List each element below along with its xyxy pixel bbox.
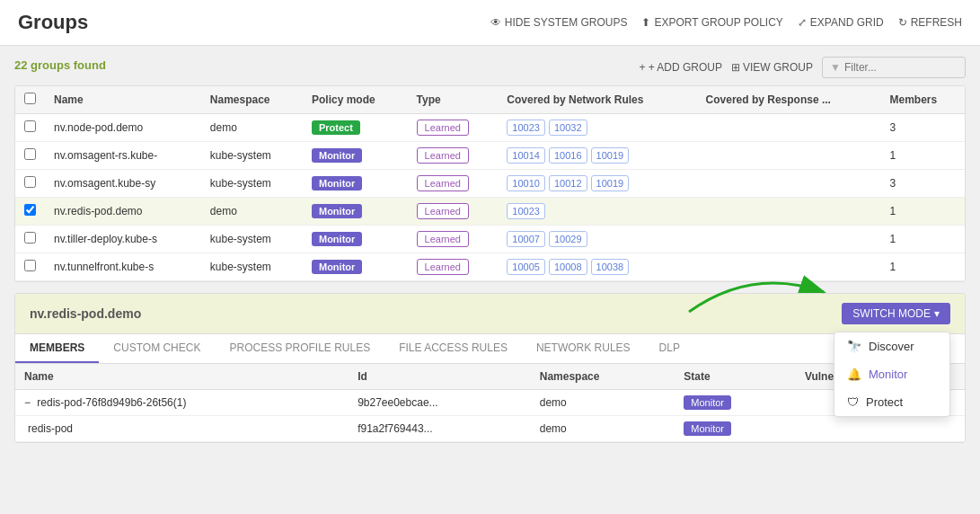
network-rule-badge[interactable]: 10005 [507, 259, 545, 275]
row-checkbox[interactable] [24, 204, 36, 216]
row-namespace: kube-system [201, 253, 303, 281]
network-rule-badge[interactable]: 10029 [549, 231, 587, 247]
network-rule-badge[interactable]: 10014 [507, 147, 545, 164]
row-policy-mode: Monitor [303, 142, 408, 170]
switch-mode-button[interactable]: SWITCH MODE ▾ [842, 303, 950, 324]
row-checkbox[interactable] [24, 260, 36, 271]
row-checkbox[interactable] [24, 120, 36, 132]
row-members: 3 [880, 114, 965, 142]
filter-container: ▼ [822, 57, 966, 78]
member-id: 9b27ee0ebcae... [349, 390, 531, 416]
network-rule-badge[interactable]: 10023 [507, 120, 545, 136]
tab-process-profile-rules[interactable]: PROCESS PROFILE RULES [215, 334, 384, 363]
detail-panel: nv.redis-pod.demo SWITCH MODE ▾ 🔭 Discov… [14, 293, 966, 443]
header-actions: 👁 HIDE SYSTEM GROUPS ⬆ EXPORT GROUP POLI… [490, 16, 962, 29]
expand-icon: ⤢ [798, 16, 807, 29]
switch-mode-wrapper: SWITCH MODE ▾ 🔭 Discover 🔔 Monitor 🛡 [842, 303, 950, 324]
row-policy-mode: Monitor [303, 253, 408, 281]
state-badge: Monitor [684, 395, 731, 410]
toolbar-right: + + ADD GROUP ⊞ VIEW GROUP ▼ [640, 57, 966, 78]
row-name: nv.redis-pod.demo [45, 198, 201, 226]
members-table-container: Name Id Namespace State Vulnerabilities … [15, 364, 965, 442]
detail-tabs: MEMBERS CUSTOM CHECK PROCESS PROFILE RUL… [15, 334, 965, 364]
row-members: 1 [880, 198, 965, 226]
switch-mode-dropdown: 🔭 Discover 🔔 Monitor 🛡 Protect [834, 332, 950, 417]
add-group-button[interactable]: + + ADD GROUP [640, 61, 722, 74]
row-checkbox[interactable] [24, 176, 36, 188]
network-rule-badge[interactable]: 10019 [591, 147, 630, 164]
tab-members[interactable]: MEMBERS [15, 334, 99, 363]
expand-grid-button[interactable]: ⤢ EXPAND GRID [798, 16, 884, 29]
row-type: Learned [408, 226, 499, 253]
network-rule-badge[interactable]: 10023 [507, 203, 545, 219]
col-members: Members [880, 86, 965, 114]
network-rule-badge[interactable]: 10010 [507, 175, 545, 191]
filter-input[interactable] [844, 61, 952, 74]
row-name: nv.omsagent-rs.kube- [45, 142, 201, 170]
member-state: Monitor [675, 390, 796, 416]
row-members: 3 [880, 170, 965, 198]
members-table-row[interactable]: − redis-pod-76f8d949b6-26t56(1) 9b27ee0e… [15, 390, 965, 416]
tab-custom-check[interactable]: CUSTOM CHECK [99, 334, 215, 363]
row-namespace: kube-system [201, 226, 303, 253]
policy-mode-badge: Monitor [312, 232, 362, 246]
network-rule-badge[interactable]: 10012 [549, 175, 587, 191]
row-name: nv.omsagent.kube-sy [45, 170, 201, 198]
groups-table-header-row: Name Namespace Policy mode Type Covered … [15, 86, 965, 114]
policy-mode-badge: Monitor [312, 148, 362, 163]
view-group-button[interactable]: ⊞ VIEW GROUP [731, 61, 813, 74]
network-rule-badge[interactable]: 10019 [591, 175, 630, 191]
dropdown-item-monitor[interactable]: 🔔 Monitor [834, 360, 949, 388]
filter-icon: ▼ [830, 61, 841, 74]
col-network-rules: Covered by Network Rules [498, 86, 696, 114]
policy-mode-badge: Protect [312, 120, 360, 135]
refresh-button[interactable]: ↻ REFRESH [898, 16, 962, 29]
members-col-state: State [675, 364, 796, 390]
row-type: Learned [408, 170, 499, 198]
row-policy-mode: Monitor [303, 226, 408, 253]
table-row[interactable]: nv.tiller-deploy.kube-s kube-system Moni… [15, 226, 965, 253]
row-response [697, 226, 881, 253]
table-row[interactable]: nv.redis-pod.demo demo Monitor Learned 1… [15, 198, 965, 226]
export-group-policy-button[interactable]: ⬆ EXPORT GROUP POLICY [641, 16, 782, 29]
row-checkbox[interactable] [24, 232, 36, 244]
row-network-rules: 1002310032 [498, 114, 696, 142]
table-row[interactable]: nv.node-pod.demo demo Protect Learned 10… [15, 114, 965, 142]
row-name: nv.tiller-deploy.kube-s [45, 226, 201, 253]
row-name: nv.tunnelfront.kube-s [45, 253, 201, 281]
network-rule-badge[interactable]: 10016 [549, 147, 587, 164]
dropdown-item-protect[interactable]: 🛡 Protect [834, 388, 949, 416]
select-all-checkbox[interactable] [24, 93, 36, 104]
col-namespace: Namespace [201, 86, 303, 114]
network-rule-badge[interactable]: 10007 [507, 231, 545, 247]
network-rule-badge[interactable]: 10038 [591, 259, 630, 275]
row-checkbox-cell [15, 226, 45, 253]
detail-header: nv.redis-pod.demo SWITCH MODE ▾ 🔭 Discov… [15, 294, 965, 334]
table-row[interactable]: nv.tunnelfront.kube-s kube-system Monito… [15, 253, 965, 281]
table-row[interactable]: nv.omsagent.kube-sy kube-system Monitor … [15, 170, 965, 198]
network-rule-badge[interactable]: 10032 [549, 120, 587, 136]
col-name: Name [45, 86, 201, 114]
row-checkbox[interactable] [24, 148, 36, 160]
tab-file-access-rules[interactable]: FILE ACCESS RULES [384, 334, 522, 363]
network-rule-badge[interactable]: 10008 [549, 259, 587, 275]
members-table-row[interactable]: redis-pod f91a2f769443... demo Monitor [15, 416, 965, 442]
refresh-icon: ↻ [898, 16, 907, 29]
table-row[interactable]: nv.omsagent-rs.kube- kube-system Monitor… [15, 142, 965, 170]
type-badge: Learned [417, 147, 469, 164]
policy-mode-badge: Monitor [312, 260, 362, 274]
hide-system-groups-button[interactable]: 👁 HIDE SYSTEM GROUPS [490, 16, 628, 29]
groups-table-container: Name Namespace Policy mode Type Covered … [14, 85, 966, 282]
row-type: Learned [408, 253, 499, 281]
row-namespace: kube-system [201, 170, 303, 198]
dropdown-item-discover[interactable]: 🔭 Discover [834, 332, 949, 360]
tab-dlp[interactable]: DLP [645, 334, 694, 363]
member-state: Monitor [675, 416, 796, 442]
tab-network-rules[interactable]: NETWORK RULES [522, 334, 645, 363]
protect-icon: 🛡 [847, 395, 859, 409]
row-namespace: demo [201, 114, 303, 142]
collapse-icon[interactable]: − [24, 396, 31, 409]
groups-toolbar: 22 groups found + + ADD GROUP ⊞ VIEW GRO… [14, 57, 966, 78]
row-network-rules: 100101001210019 [498, 170, 696, 198]
state-badge: Monitor [684, 421, 731, 436]
